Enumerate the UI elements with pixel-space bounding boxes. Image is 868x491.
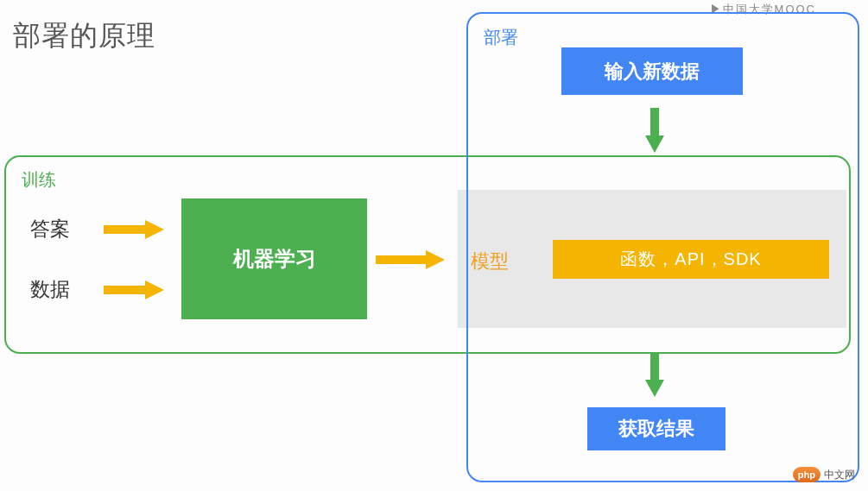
arrow-down-icon <box>643 108 666 156</box>
data-label: 数据 <box>30 276 70 303</box>
deploy-label: 部署 <box>484 26 518 49</box>
input-data-box: 输入新数据 <box>561 47 743 95</box>
machine-learning-box: 机器学习 <box>181 198 367 319</box>
watermark-text: 中文网 <box>824 468 855 482</box>
svg-marker-3 <box>145 280 164 299</box>
svg-marker-5 <box>426 250 445 269</box>
svg-marker-7 <box>645 135 664 153</box>
arrow-down-icon <box>643 352 666 400</box>
watermark-logo: php 中文网 <box>793 467 855 482</box>
arrow-right-icon <box>104 279 164 305</box>
arrow-right-icon <box>376 249 445 274</box>
training-label: 训练 <box>22 168 56 192</box>
answer-label: 答案 <box>30 216 70 242</box>
result-box: 获取结果 <box>587 407 725 450</box>
svg-marker-9 <box>645 380 664 397</box>
arrow-right-icon <box>104 218 164 244</box>
page-title: 部署的原理 <box>13 17 155 55</box>
svg-marker-1 <box>145 220 164 239</box>
php-badge: php <box>793 467 820 482</box>
